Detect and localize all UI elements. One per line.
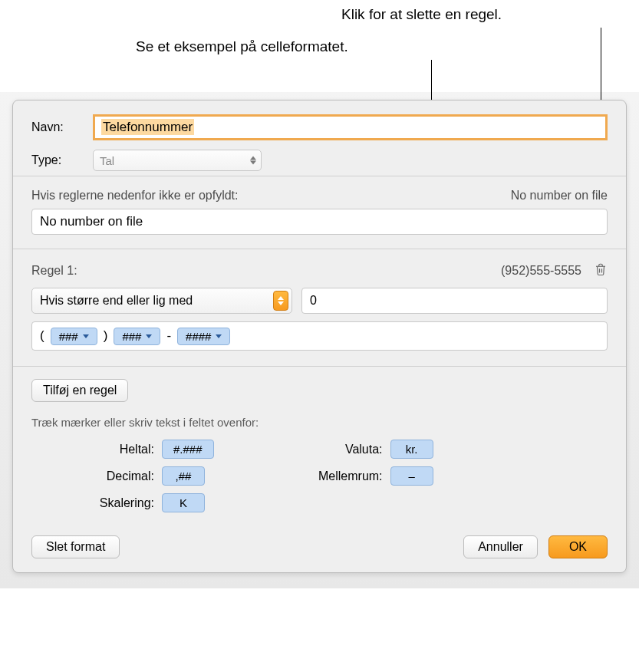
rule1-value: 0 — [310, 294, 317, 308]
space-token[interactable]: – — [390, 466, 433, 486]
delete-rule-button[interactable] — [594, 262, 608, 280]
format-token-1[interactable]: ### — [51, 328, 97, 345]
fallback-field-value: No number on file — [40, 214, 143, 229]
scale-token[interactable]: K — [162, 493, 205, 512]
format-token-3-text: #### — [186, 330, 211, 343]
ok-label: OK — [569, 540, 587, 554]
type-select[interactable]: Tal — [93, 150, 262, 171]
rule1-preview: (952)555-5555 — [501, 264, 581, 278]
add-rule-label: Tilføj en regel — [43, 384, 117, 397]
add-rule-button[interactable]: Tilføj en regel — [31, 379, 128, 402]
callout-delete-rule: Klik for at slette en regel. — [341, 6, 502, 23]
format-literal-open: ( — [40, 328, 44, 344]
delete-format-label: Slet format — [46, 540, 105, 554]
decimal-label: Decimal: — [77, 469, 154, 483]
format-token-2[interactable]: ### — [114, 328, 160, 345]
rule1-value-field[interactable]: 0 — [301, 288, 608, 314]
chevron-down-icon — [83, 334, 89, 338]
decimal-token[interactable]: ,## — [162, 466, 205, 486]
integer-token[interactable]: #.### — [162, 440, 214, 459]
integer-label: Heltal: — [77, 443, 154, 456]
rule1-condition-value: Hvis større end eller lig med — [40, 294, 193, 308]
type-select-value: Tal — [100, 154, 114, 167]
format-token-1-text: ### — [59, 330, 78, 343]
name-input[interactable]: Telefonnummer — [93, 114, 608, 140]
space-label: Mellemrum: — [306, 469, 383, 483]
chevron-down-icon — [216, 334, 222, 338]
delete-format-button[interactable]: Slet format — [31, 535, 120, 558]
token-helper-text: Træk mærker eller skriv tekst i feltet o… — [31, 416, 608, 429]
stepper-icon — [273, 291, 288, 311]
format-token-2-text: ### — [122, 330, 141, 343]
custom-format-dialog: Navn: Telefonnummer Type: Tal Hvis regle… — [12, 100, 627, 573]
divider — [13, 176, 626, 176]
fallback-label: Hvis reglerne nedenfor ikke er opfyldt: — [31, 189, 238, 203]
fallback-preview: No number on file — [511, 189, 608, 203]
currency-token[interactable]: kr. — [390, 440, 433, 459]
callout-preview-format: Se et eksempel på celleformatet. — [136, 38, 348, 55]
format-token-3[interactable]: #### — [177, 328, 230, 345]
updown-icon — [250, 156, 256, 165]
name-input-value: Telefonnummer — [101, 119, 194, 135]
token-palette: Heltal: #.### Decimal: ,## Skalering: K … — [31, 440, 608, 512]
format-literal-close: ) — [104, 328, 108, 344]
divider — [13, 366, 626, 367]
currency-label: Valuta: — [306, 443, 383, 456]
trash-icon — [594, 262, 608, 277]
format-literal-dash: - — [166, 328, 171, 344]
chevron-down-icon — [146, 334, 152, 338]
name-label: Navn: — [31, 120, 93, 134]
fallback-field[interactable]: No number on file — [31, 209, 608, 235]
cancel-label: Annuller — [478, 540, 523, 554]
callout-area: Klik for at slette en regel. Se et eksem… — [0, 0, 639, 92]
rule1-condition-select[interactable]: Hvis større end eller lig med — [31, 288, 292, 314]
rule1-format-field[interactable]: ( ### ) ### - #### — [31, 321, 608, 351]
type-label: Type: — [31, 153, 93, 167]
rule1-label: Regel 1: — [31, 264, 77, 278]
cancel-button[interactable]: Annuller — [463, 535, 538, 558]
scale-label: Skalering: — [77, 496, 154, 510]
ok-button[interactable]: OK — [548, 535, 608, 558]
divider — [13, 249, 626, 249]
